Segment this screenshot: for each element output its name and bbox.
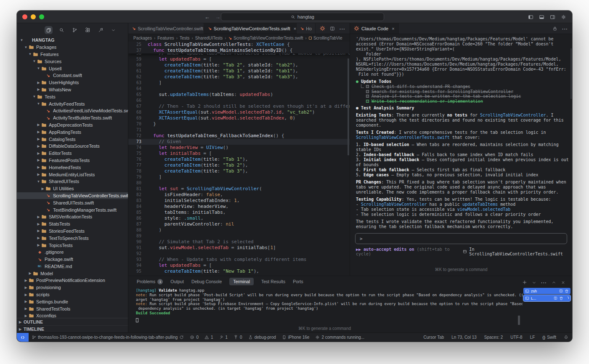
tree-item-ui-utilities[interactable]: ▶UI Utilities [17,185,128,192]
split-terminal-icon[interactable] [554,296,557,300]
remote-indicator[interactable] [17,333,29,342]
running-tasks[interactable]: 2 commands running... [312,335,367,340]
layout-right-icon[interactable] [550,14,555,20]
problems-errors[interactable]: 0 [187,335,202,340]
tree-item-packages[interactable]: ▼Packages [17,44,128,51]
build-scheme[interactable]: debug-prod [245,335,279,340]
lock-icon[interactable] [552,26,557,31]
broadcast-count[interactable]: 0 [231,335,245,340]
panel-tab-ports[interactable]: Ports [293,279,303,284]
split-terminal-icon[interactable] [559,289,563,293]
tree-item-scripts[interactable]: ▶scripts [17,291,128,298]
code-editor[interactable]: 25class ScrollingTabViewControllerTests:… [128,42,350,276]
close-tab-icon[interactable]: × [294,26,296,31]
section-timeline[interactable]: ▶TIMELINE [17,325,128,332]
more-actions-icon[interactable]: ··· [340,25,345,32]
build-count[interactable]: 1 [216,335,231,340]
nav-back-button[interactable]: ← [204,14,210,20]
source-control-icon[interactable] [71,26,79,34]
panel-tab-debug-console[interactable]: Debug Console [191,279,222,284]
terminal-instance-L[interactable]: L... [523,295,570,301]
command-center-search[interactable]: hangtag [221,13,384,21]
nav-forward-button[interactable]: → [215,14,220,20]
panel-tab-terminal[interactable]: Terminal [229,278,254,285]
tree-item-editortests[interactable]: ▶EditorTests [17,150,128,157]
tree-item-upsell[interactable]: ▼Upsell [17,65,128,72]
extensions-icon[interactable] [84,26,92,34]
kill-terminal-icon[interactable] [559,296,563,300]
tree-item-shareduitests-swift[interactable]: ↘SharedUITests.swift [17,199,128,206]
layout-bottom-icon[interactable] [539,14,544,20]
more-actions-icon[interactable]: ··· [541,279,547,286]
eol[interactable]: LF [526,335,539,340]
tree-item-texttospeechtests[interactable]: ▶TextToSpeechTests [17,234,128,242]
editor-tab-scrollingtabviewcontrollertests-swift[interactable]: ↘ScrollingTabViewControllerTests.swift× [204,23,296,34]
breadcrumb-item[interactable]: Features [157,36,174,40]
tree-item-diffabledatasourcetests[interactable]: ▶DiffableDataSourceTests [17,143,128,150]
breadcrumb[interactable]: Packages›Features›Tests›SharedUITests›↘S… [128,34,350,42]
tree-item-constant-swift[interactable]: ↘Constant.swift [17,72,128,79]
split-editor-icon[interactable] [330,26,335,31]
editor-scrollbar[interactable] [348,58,349,155]
encoding[interactable]: UTF-8 [507,335,526,340]
section-outline[interactable]: ▶OUTLINE [17,318,128,325]
tree-item-provisioning[interactable]: ▶provisioning [17,284,128,291]
terminal-profile-icon[interactable] [532,280,536,285]
tree-item-scrollingtabviewcontrollertests-swift[interactable]: ↘ScrollingTabViewControllerTests.swift [17,192,128,199]
tree-item-tests[interactable]: ▼Tests [17,93,128,100]
indentation[interactable]: Spaces: 2 [480,335,507,340]
cursor-tab[interactable]: Cursor Tab [420,335,448,340]
auto-accept-toggle[interactable]: ▶▶ auto-accept edits on [356,247,414,252]
tree-item-shareduitests[interactable]: ▼SharedUITests [17,178,128,185]
cursor-position[interactable]: Ln 73, Col 13 [448,335,480,340]
more-actions-icon[interactable]: ··· [562,25,568,32]
tree-item-activitytextbuildertests-swift[interactable]: ↘ActivityTextBuilderTests.swift [17,114,128,122]
tree-item-catalogtests[interactable]: ▶CatalogTests [17,136,128,143]
device[interactable]: iPhone 16e [279,335,313,340]
claude-scrollbar[interactable] [570,48,572,99]
tree-item-package-swift[interactable]: ↘Package.swift [17,256,128,263]
explorer-icon[interactable] [45,26,53,34]
tree-item-postpreviewnotificationextension[interactable]: ▶PostPreviewNotificationExtension [17,277,128,284]
tree-item-appdeprecationtests[interactable]: ▶AppDeprecationTests [17,122,128,129]
breadcrumb-item[interactable]: ScrollingTabVie [309,36,342,40]
new-terminal-icon[interactable] [522,280,527,285]
explorer-root[interactable]: ▼HANGTAG [17,37,128,44]
breadcrumb-item[interactable]: Packages [133,36,152,40]
claude-conversation[interactable]: '/Users/thomas/Documents/Dev/Medium/hang… [350,34,572,231]
editor-tab-scrollingtabviewcontroller-swift[interactable]: ↘ScrollingTabViewController.swift [128,23,204,34]
tree-item-readme-md[interactable]: M↓README.md [17,263,128,270]
layout-left-icon[interactable] [528,14,533,20]
close-panel-icon[interactable] [561,280,565,285]
sweetpad-icon[interactable] [97,26,105,34]
chevron-down-icon[interactable] [110,27,117,34]
tree-item-topicstests[interactable]: ▶TopicsTests [17,242,128,249]
panel-tab-output[interactable]: Output [170,279,184,284]
terminal-instance-zsh[interactable]: zsh [523,288,570,294]
zoom-window-button[interactable] [39,14,44,19]
panel-tab-problems[interactable]: Problems1 [137,279,163,284]
tree-item-sharedtesttools[interactable]: ▶SharedTestTools [17,305,128,312]
file-explorer-tree[interactable]: ▼HANGTAG▼Packages▼Features▼Sources▼Upsel… [17,37,128,318]
breadcrumb-item[interactable]: ↘ScrollingTabViewControllerTests.swift [228,36,303,40]
language-mode[interactable]: {}Swift [539,335,560,340]
tree-item-features[interactable]: ▼Features [17,51,128,58]
tree-item-appratingtests[interactable]: ▶AppRatingTests [17,128,128,136]
kill-terminal-icon[interactable] [565,289,569,293]
minimize-window-button[interactable] [31,14,36,19]
context-indicator[interactable]: In ScrollingTabViewControllerTests.swift [463,247,566,256]
search-icon[interactable] [58,26,66,34]
terminal-output[interactable]: [hangtag] Validate hangtag.appnote: Run … [128,287,523,332]
maximize-panel-icon[interactable] [552,280,556,285]
tree-item-userhighlights[interactable]: ▶UserHighlights [17,79,128,86]
tree-item-whatsnew[interactable]: ▶WhatsNew [17,86,128,93]
tree-item-xcconfigs[interactable]: ▶Xcconfigs [17,312,128,318]
tree-item-homefeedtests[interactable]: ▶HomefeedTests [17,164,128,171]
breadcrumb-item[interactable]: SharedUITests [195,36,223,40]
notifications[interactable] [560,335,572,340]
problems-warnings[interactable]: 1 [202,335,216,340]
tree-item-smsverificationtests[interactable]: ▶SMSVerificationTests [17,213,128,221]
tree-item-activityfeedtests[interactable]: ▼ActivityFeedTests [17,100,128,107]
tree-item--gitignore[interactable]: ◆.gitignore [17,249,128,256]
breadcrumb-item[interactable]: Tests [180,36,189,40]
